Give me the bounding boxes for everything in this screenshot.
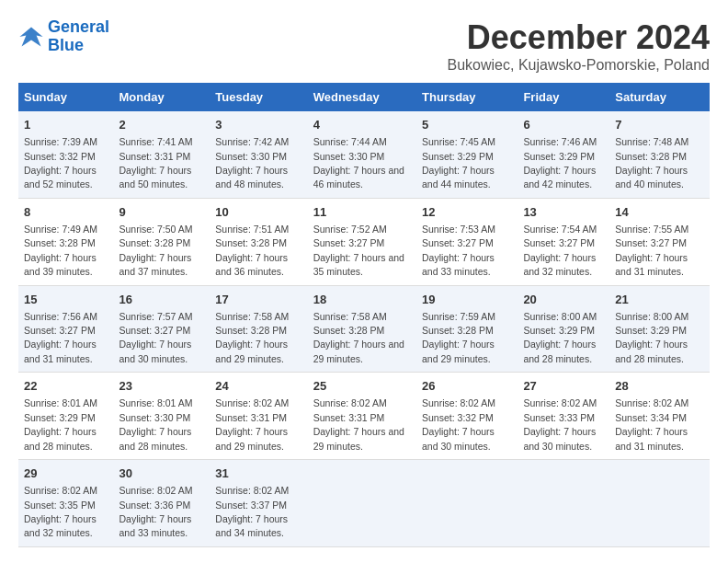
svg-marker-0 [19,27,42,46]
day-number: 7 [615,117,704,133]
day-info: Sunrise: 8:00 AMSunset: 3:29 PMDaylight:… [523,311,597,364]
day-info: Sunrise: 7:48 AMSunset: 3:28 PMDaylight:… [615,136,688,190]
day-number: 27 [523,378,604,395]
calendar-cell: 9Sunrise: 7:50 AMSunset: 3:28 PMDaylight… [114,198,210,285]
day-number: 11 [313,204,411,221]
calendar-cell: 27Sunrise: 8:02 AMSunset: 3:33 PMDayligh… [518,373,609,460]
day-info: Sunrise: 7:58 AMSunset: 3:28 PMDaylight:… [313,311,404,364]
calendar-cell: 17Sunrise: 7:58 AMSunset: 3:28 PMDayligh… [210,285,307,373]
calendar-cell: 7Sunrise: 7:48 AMSunset: 3:28 PMDaylight… [609,111,710,198]
day-info: Sunrise: 7:56 AMSunset: 3:27 PMDaylight:… [24,311,97,364]
header-saturday: Saturday [609,83,710,111]
calendar-cell: 5Sunrise: 7:45 AMSunset: 3:29 PMDaylight… [416,111,518,198]
day-info: Sunrise: 8:02 AMSunset: 3:32 PMDaylight:… [422,397,495,451]
day-info: Sunrise: 8:01 AMSunset: 3:29 PMDaylight:… [24,397,97,451]
calendar-cell [518,460,609,547]
day-info: Sunrise: 7:54 AMSunset: 3:27 PMDaylight:… [523,224,597,277]
day-info: Sunrise: 7:51 AMSunset: 3:28 PMDaylight:… [215,224,289,277]
day-info: Sunrise: 8:02 AMSunset: 3:31 PMDaylight:… [215,397,289,451]
day-info: Sunrise: 7:59 AMSunset: 3:28 PMDaylight:… [422,311,495,364]
week-row-2: 8Sunrise: 7:49 AMSunset: 3:28 PMDaylight… [18,198,710,285]
day-info: Sunrise: 7:39 AMSunset: 3:32 PMDaylight:… [24,136,97,190]
day-number: 9 [119,204,205,221]
header-wednesday: Wednesday [308,83,416,111]
day-info: Sunrise: 7:41 AMSunset: 3:31 PMDaylight:… [119,136,193,190]
day-number: 2 [119,117,205,133]
day-info: Sunrise: 8:01 AMSunset: 3:30 PMDaylight:… [119,397,193,451]
header-thursday: Thursday [416,83,518,111]
day-info: Sunrise: 7:44 AMSunset: 3:30 PMDaylight:… [313,136,404,190]
calendar-cell: 11Sunrise: 7:52 AMSunset: 3:27 PMDayligh… [308,198,416,285]
logo-icon [18,24,44,50]
day-info: Sunrise: 7:52 AMSunset: 3:27 PMDaylight:… [313,224,404,277]
calendar-cell: 23Sunrise: 8:01 AMSunset: 3:30 PMDayligh… [114,373,210,460]
day-info: Sunrise: 7:42 AMSunset: 3:30 PMDaylight:… [215,136,289,190]
header-friday: Friday [518,83,609,111]
day-number: 28 [615,378,704,395]
day-number: 8 [24,204,108,221]
day-number: 25 [313,378,411,395]
page-header: GeneralBlue December 2024 Bukowiec, Kuja… [18,18,710,74]
day-number: 10 [215,204,301,221]
week-row-3: 15Sunrise: 7:56 AMSunset: 3:27 PMDayligh… [18,285,710,373]
day-number: 4 [313,117,411,133]
calendar-cell [308,460,416,547]
day-number: 30 [119,465,205,482]
day-number: 14 [615,204,704,221]
day-info: Sunrise: 8:02 AMSunset: 3:35 PMDaylight:… [24,485,97,538]
day-info: Sunrise: 8:02 AMSunset: 3:36 PMDaylight:… [119,485,193,538]
day-number: 22 [24,378,108,395]
day-number: 21 [615,292,704,308]
day-number: 12 [422,204,512,221]
day-number: 24 [215,378,301,395]
logo: GeneralBlue [18,18,109,55]
calendar-cell [609,460,710,547]
calendar-cell: 1Sunrise: 7:39 AMSunset: 3:32 PMDaylight… [18,111,114,198]
calendar-cell: 12Sunrise: 7:53 AMSunset: 3:27 PMDayligh… [416,198,518,285]
day-info: Sunrise: 8:02 AMSunset: 3:37 PMDaylight:… [215,485,289,538]
calendar-cell: 2Sunrise: 7:41 AMSunset: 3:31 PMDaylight… [114,111,210,198]
day-info: Sunrise: 7:49 AMSunset: 3:28 PMDaylight:… [24,224,97,277]
calendar-title: December 2024 [448,18,710,57]
day-info: Sunrise: 7:50 AMSunset: 3:28 PMDaylight:… [119,224,193,277]
day-info: Sunrise: 8:02 AMSunset: 3:33 PMDaylight:… [523,397,597,451]
day-number: 18 [313,292,411,308]
day-info: Sunrise: 7:58 AMSunset: 3:28 PMDaylight:… [215,311,289,364]
calendar-cell: 14Sunrise: 7:55 AMSunset: 3:27 PMDayligh… [609,198,710,285]
day-number: 5 [422,117,512,133]
calendar-cell: 3Sunrise: 7:42 AMSunset: 3:30 PMDaylight… [210,111,307,198]
day-number: 13 [523,204,604,221]
calendar-cell: 31Sunrise: 8:02 AMSunset: 3:37 PMDayligh… [210,460,307,547]
calendar-cell: 13Sunrise: 7:54 AMSunset: 3:27 PMDayligh… [518,198,609,285]
day-info: Sunrise: 8:02 AMSunset: 3:31 PMDaylight:… [313,397,404,451]
calendar-cell: 28Sunrise: 8:02 AMSunset: 3:34 PMDayligh… [609,373,710,460]
calendar-cell [416,460,518,547]
calendar-cell: 20Sunrise: 8:00 AMSunset: 3:29 PMDayligh… [518,285,609,373]
header-sunday: Sunday [18,83,114,111]
day-info: Sunrise: 7:53 AMSunset: 3:27 PMDaylight:… [422,224,495,277]
calendar-cell: 22Sunrise: 8:01 AMSunset: 3:29 PMDayligh… [18,373,114,460]
calendar-cell: 19Sunrise: 7:59 AMSunset: 3:28 PMDayligh… [416,285,518,373]
day-info: Sunrise: 8:00 AMSunset: 3:29 PMDaylight:… [615,311,688,364]
calendar-cell: 21Sunrise: 8:00 AMSunset: 3:29 PMDayligh… [609,285,710,373]
day-number: 31 [215,465,301,482]
calendar-cell: 18Sunrise: 7:58 AMSunset: 3:28 PMDayligh… [308,285,416,373]
day-info: Sunrise: 7:55 AMSunset: 3:27 PMDaylight:… [615,224,688,277]
day-info: Sunrise: 7:46 AMSunset: 3:29 PMDaylight:… [523,136,597,190]
calendar-cell: 6Sunrise: 7:46 AMSunset: 3:29 PMDaylight… [518,111,609,198]
day-number: 29 [24,465,108,482]
day-number: 6 [523,117,604,133]
calendar-table: SundayMondayTuesdayWednesdayThursdayFrid… [18,83,710,547]
day-info: Sunrise: 7:45 AMSunset: 3:29 PMDaylight:… [422,136,495,190]
day-info: Sunrise: 8:02 AMSunset: 3:34 PMDaylight:… [615,397,688,451]
header-monday: Monday [114,83,210,111]
header-tuesday: Tuesday [210,83,307,111]
day-info: Sunrise: 7:57 AMSunset: 3:27 PMDaylight:… [119,311,193,364]
day-number: 26 [422,378,512,395]
day-number: 23 [119,378,205,395]
calendar-subtitle: Bukowiec, Kujawsko-Pomorskie, Poland [448,57,710,74]
calendar-cell: 30Sunrise: 8:02 AMSunset: 3:36 PMDayligh… [114,460,210,547]
calendar-cell: 24Sunrise: 8:02 AMSunset: 3:31 PMDayligh… [210,373,307,460]
week-row-4: 22Sunrise: 8:01 AMSunset: 3:29 PMDayligh… [18,373,710,460]
day-number: 3 [215,117,301,133]
